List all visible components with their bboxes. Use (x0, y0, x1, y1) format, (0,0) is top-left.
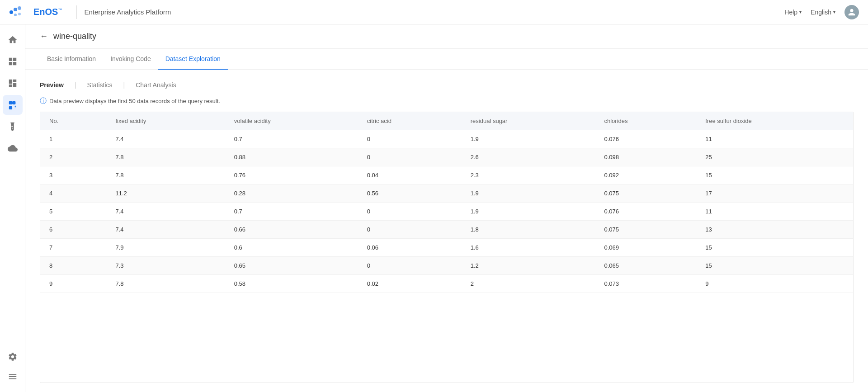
table-cell: 11 (696, 203, 853, 221)
table-row: 97.80.580.0220.0739 (40, 275, 853, 293)
table-row: 77.90.60.061.60.06915 (40, 239, 853, 257)
col-residual-sugar: residual sugar (462, 112, 595, 130)
table-cell: 8 (40, 257, 106, 275)
content-area: Preview | Statistics | Chart Analysis ⓘ … (25, 70, 868, 392)
data-table: No. fixed acidity volatile acidity citri… (40, 112, 853, 293)
table-cell: 15 (696, 239, 853, 257)
table-cell: 0.65 (225, 257, 358, 275)
table-cell: 0.06 (358, 239, 462, 257)
table-cell: 0.88 (225, 148, 358, 166)
sidebar-item-widgets[interactable] (3, 52, 23, 71)
table-cell: 25 (696, 148, 853, 166)
table-cell: 7.8 (106, 275, 225, 293)
table-cell: 7.4 (106, 130, 225, 148)
table-cell: 0.02 (358, 275, 462, 293)
logo: EnOS™ (9, 6, 62, 19)
svg-point-4 (18, 13, 21, 15)
col-fixed-acidity: fixed acidity (106, 112, 225, 130)
table-row: 17.40.701.90.07611 (40, 130, 853, 148)
language-button[interactable]: English ▾ (811, 9, 835, 16)
help-chevron-icon: ▾ (799, 9, 802, 14)
table-cell: 7.4 (106, 221, 225, 239)
main-content: ← wine-quality Basic Information Invokin… (25, 24, 868, 392)
table-cell: 0.56 (358, 184, 462, 203)
table-row: 87.30.6501.20.06515 (40, 257, 853, 275)
info-bar: ⓘ Data preview displays the first 50 dat… (40, 97, 854, 105)
sidebar-item-settings[interactable] (3, 347, 23, 367)
col-chlorides: chlorides (595, 112, 697, 130)
table-cell: 0 (358, 221, 462, 239)
col-citric-acid: citric acid (358, 112, 462, 130)
table-row: 37.80.760.042.30.09215 (40, 166, 853, 184)
topnav-right: Help ▾ English ▾ (784, 5, 859, 19)
back-button[interactable]: ← (40, 32, 48, 41)
user-avatar[interactable] (844, 5, 859, 19)
table-cell: 1.2 (462, 257, 595, 275)
table-cell: 7.4 (106, 203, 225, 221)
table-cell: 0.092 (595, 166, 697, 184)
table-cell: 2 (40, 148, 106, 166)
app-title: Enterprise Analytics Platform (84, 8, 784, 16)
table-body: 17.40.701.90.0761127.80.8802.60.0982537.… (40, 130, 853, 293)
table-cell: 0.04 (358, 166, 462, 184)
lab-icon (8, 122, 18, 132)
table-cell: 7.8 (106, 148, 225, 166)
language-chevron-icon: ▾ (833, 9, 835, 14)
col-no: No. (40, 112, 106, 130)
tab-invoking-code[interactable]: Invoking Code (103, 49, 158, 70)
col-free-sulfur-dioxide: free sulfur dioxide (696, 112, 853, 130)
sub-tab-statistics[interactable]: Statistics (87, 79, 113, 91)
sidebar-item-home[interactable] (3, 30, 23, 50)
table-cell: 13 (696, 221, 853, 239)
table-cell: 9 (696, 275, 853, 293)
page-header: ← wine-quality (25, 24, 868, 49)
home-icon (8, 35, 18, 45)
sidebar-item-dashboard[interactable] (3, 73, 23, 93)
main-tabs: Basic Information Invoking Code Dataset … (25, 49, 868, 70)
sidebar-item-data[interactable] (3, 95, 23, 115)
table-row: 27.80.8802.60.09825 (40, 148, 853, 166)
sub-tabs: Preview | Statistics | Chart Analysis (40, 79, 854, 91)
table-cell: 0.66 (225, 221, 358, 239)
dashboard-icon (8, 78, 18, 88)
table-cell: 2 (462, 275, 595, 293)
table-cell: 11.2 (106, 184, 225, 203)
table-cell: 2.6 (462, 148, 595, 166)
info-text: Data preview displays the first 50 data … (49, 98, 220, 104)
sidebar-item-cloud[interactable] (3, 138, 23, 158)
data-icon (8, 100, 18, 110)
table-cell: 0.075 (595, 221, 697, 239)
table-cell: 7 (40, 239, 106, 257)
header-row: No. fixed acidity volatile acidity citri… (40, 112, 853, 130)
table-row: 411.20.280.561.90.07517 (40, 184, 853, 203)
table-cell: 0.7 (225, 203, 358, 221)
table-cell: 0.76 (225, 166, 358, 184)
table-cell: 0 (358, 257, 462, 275)
table-row: 67.40.6601.80.07513 (40, 221, 853, 239)
svg-point-0 (9, 10, 13, 14)
table-cell: 1 (40, 130, 106, 148)
table-cell: 0.069 (595, 239, 697, 257)
table-cell: 0.076 (595, 130, 697, 148)
nav-divider (76, 5, 77, 19)
sidebar-item-lab[interactable] (3, 117, 23, 137)
table-cell: 0 (358, 148, 462, 166)
tab-basic-information[interactable]: Basic Information (40, 49, 103, 70)
data-table-wrapper[interactable]: No. fixed acidity volatile acidity citri… (40, 112, 854, 383)
sub-tab-preview[interactable]: Preview (40, 79, 64, 91)
menu-icon (8, 372, 18, 382)
table-cell: 0.075 (595, 184, 697, 203)
table-cell: 1.6 (462, 239, 595, 257)
layout: ← wine-quality Basic Information Invokin… (0, 24, 868, 392)
table-cell: 7.3 (106, 257, 225, 275)
table-cell: 0.073 (595, 275, 697, 293)
col-volatile-acidity: volatile acidity (225, 112, 358, 130)
page-title: wine-quality (53, 32, 96, 41)
tab-dataset-exploration[interactable]: Dataset Exploration (158, 49, 228, 70)
table-cell: 7.9 (106, 239, 225, 257)
sub-tab-chart-analysis[interactable]: Chart Analysis (136, 79, 176, 91)
help-button[interactable]: Help ▾ (784, 9, 802, 16)
sidebar-item-menu[interactable] (3, 367, 23, 387)
table-cell: 4 (40, 184, 106, 203)
table-cell: 6 (40, 221, 106, 239)
